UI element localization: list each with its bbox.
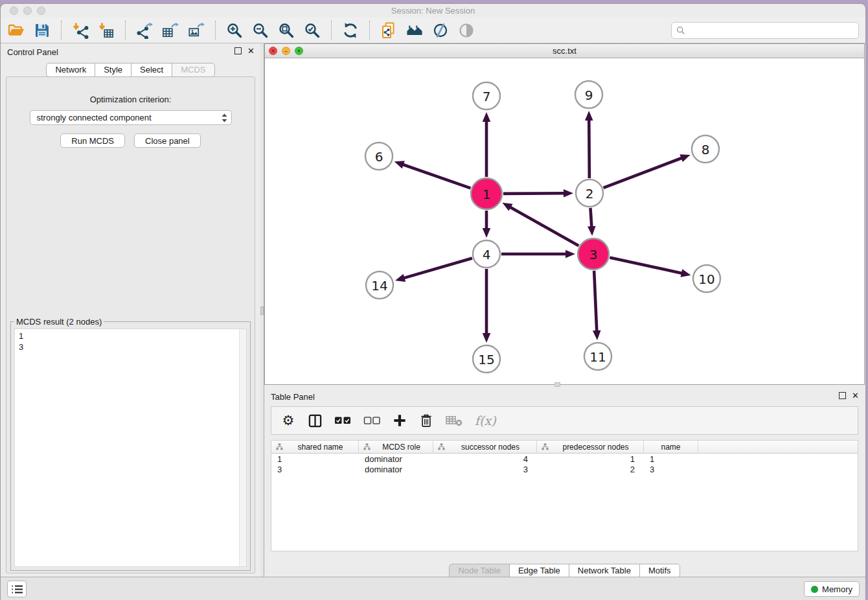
toolbar-separator	[331, 21, 332, 40]
table-row[interactable]: 1dominator411	[271, 454, 858, 464]
table-cell[interactable]: 2	[537, 465, 644, 474]
export-image-icon[interactable]	[187, 21, 205, 40]
graph-edge-2-3[interactable]	[588, 208, 596, 236]
table-tab-network-table[interactable]: Network Table	[569, 564, 640, 578]
open-folder-icon[interactable]	[7, 21, 25, 40]
tab-select[interactable]: Select	[131, 63, 172, 77]
close-table-panel-icon[interactable]: ✕	[852, 392, 859, 399]
graph-edge-1-4[interactable]	[483, 211, 491, 238]
zoom-out-icon[interactable]	[251, 21, 269, 40]
zoom-selected-icon[interactable]	[303, 21, 321, 40]
network-close-button[interactable]: ✕	[269, 47, 277, 55]
table-tab-edge-table[interactable]: Edge Table	[510, 564, 569, 578]
table-cell[interactable]: 1	[271, 454, 359, 464]
table-tab-motifs[interactable]: Motifs	[640, 564, 680, 578]
graph-node-15[interactable]: 15	[473, 345, 500, 373]
graph-node-8[interactable]: 8	[692, 135, 719, 163]
table-cell[interactable]: 3	[644, 465, 698, 474]
export-table-icon[interactable]	[161, 21, 179, 40]
table-panel: Table Panel ✕ ⚙f(x) shared nameMCDS role…	[264, 388, 865, 577]
column-header-name[interactable]: name	[644, 441, 698, 453]
table-tab-node-table[interactable]: Node Table	[449, 564, 510, 578]
node-label: 6	[375, 149, 383, 165]
zoom-in-icon[interactable]	[225, 21, 244, 40]
settings-gear-icon[interactable]: ⚙	[281, 412, 295, 429]
graph-node-10[interactable]: 10	[693, 265, 720, 292]
tab-network[interactable]: Network	[46, 63, 95, 77]
graph-edge-1-6[interactable]	[394, 161, 471, 188]
column-header-successor-nodes[interactable]: successor nodes	[433, 441, 537, 453]
delete-column-icon[interactable]	[419, 412, 433, 429]
window-zoom-button[interactable]	[37, 6, 45, 15]
close-panel-button[interactable]: Close panel	[134, 133, 201, 148]
tab-style[interactable]: Style	[95, 63, 131, 77]
network-maximize-button[interactable]: +	[295, 47, 303, 55]
save-icon[interactable]	[33, 21, 51, 40]
graph-node-1[interactable]: 1	[471, 178, 502, 209]
task-history-button[interactable]	[7, 581, 27, 597]
graph-node-7[interactable]: 7	[473, 82, 500, 110]
graph-node-14[interactable]: 14	[366, 271, 393, 299]
graph-edge-1-2[interactable]	[503, 189, 573, 198]
graph-node-11[interactable]: 11	[584, 343, 611, 370]
graph-node-4[interactable]: 4	[473, 240, 500, 268]
graph-edge-3-10[interactable]	[610, 258, 691, 277]
window-close-button[interactable]	[10, 6, 18, 15]
panel-resize-grip[interactable]	[260, 306, 264, 315]
graph-edge-4-14[interactable]	[395, 258, 472, 281]
graph-node-6[interactable]: 6	[365, 143, 393, 170]
graph-edge-4-3[interactable]	[501, 250, 575, 259]
graph-node-3[interactable]: 3	[578, 238, 609, 270]
memory-button[interactable]: Memory	[804, 581, 860, 597]
show-hide-details-icon[interactable]	[457, 21, 475, 40]
refresh-icon[interactable]	[341, 21, 360, 40]
graphics-details-icon[interactable]	[431, 21, 450, 40]
column-header-predecessor-nodes[interactable]: predecessor nodes	[537, 441, 644, 453]
tab-mcds[interactable]: MCDS	[172, 63, 214, 77]
graph-edge-3-1[interactable]	[502, 203, 578, 246]
column-header-shared-name[interactable]: shared name	[271, 441, 359, 453]
run-mcds-button[interactable]: Run MCDS	[60, 133, 125, 148]
result-scrollbar[interactable]	[239, 329, 246, 566]
float-panel-icon[interactable]	[234, 47, 242, 54]
mcds-result-textarea[interactable]: 13	[14, 329, 247, 567]
network-canvas[interactable]: 1234678910111415	[265, 58, 864, 384]
network-minimize-button[interactable]: –	[282, 47, 290, 55]
criterion-value: strongly connected component	[37, 113, 221, 122]
network-table-resize-grip[interactable]	[554, 382, 560, 387]
select-all-icon[interactable]	[334, 412, 351, 429]
graph-node-9[interactable]: 9	[575, 81, 602, 108]
import-network-icon[interactable]	[71, 21, 89, 40]
node-label: 14	[371, 278, 387, 294]
window-minimize-button[interactable]	[23, 6, 32, 15]
table-cell[interactable]: 4	[433, 454, 537, 464]
graph-edge-1-7[interactable]	[483, 112, 491, 177]
table-cell[interactable]: 3	[271, 465, 359, 474]
graph-edge-3-11[interactable]	[593, 271, 601, 340]
graph-edge-2-9[interactable]	[585, 111, 593, 178]
table-cell[interactable]: 1	[537, 454, 644, 464]
table-row[interactable]: 3dominator323	[271, 464, 858, 474]
graph-node-2[interactable]: 2	[576, 179, 603, 207]
duplicate-network-icon[interactable]	[380, 21, 398, 40]
zoom-fit-icon[interactable]	[277, 21, 295, 40]
import-table-icon[interactable]	[97, 21, 115, 40]
export-network-icon[interactable]	[135, 21, 154, 40]
table-cell[interactable]: 1	[644, 454, 698, 464]
column-header-MCDS-role[interactable]: MCDS role	[359, 441, 433, 453]
criterion-select[interactable]: strongly connected component	[30, 110, 232, 125]
add-column-icon[interactable]	[393, 412, 407, 429]
search-input[interactable]	[689, 25, 854, 35]
graph-edge-2-8[interactable]	[604, 154, 691, 188]
table-cell[interactable]: dominator	[359, 454, 433, 464]
graph-edge-4-15[interactable]	[483, 269, 491, 343]
first-neighbors-icon[interactable]	[405, 21, 424, 40]
deselect-all-icon[interactable]	[363, 412, 380, 429]
control-panel-tabs: NetworkStyleSelectMCDS	[1, 63, 260, 77]
table-cell[interactable]: 3	[433, 465, 537, 474]
split-view-icon[interactable]	[308, 412, 322, 429]
node-label: 3	[589, 247, 598, 262]
float-table-panel-icon[interactable]	[839, 392, 846, 399]
table-cell[interactable]: dominator	[359, 465, 433, 474]
close-panel-icon[interactable]: ✕	[247, 47, 255, 54]
